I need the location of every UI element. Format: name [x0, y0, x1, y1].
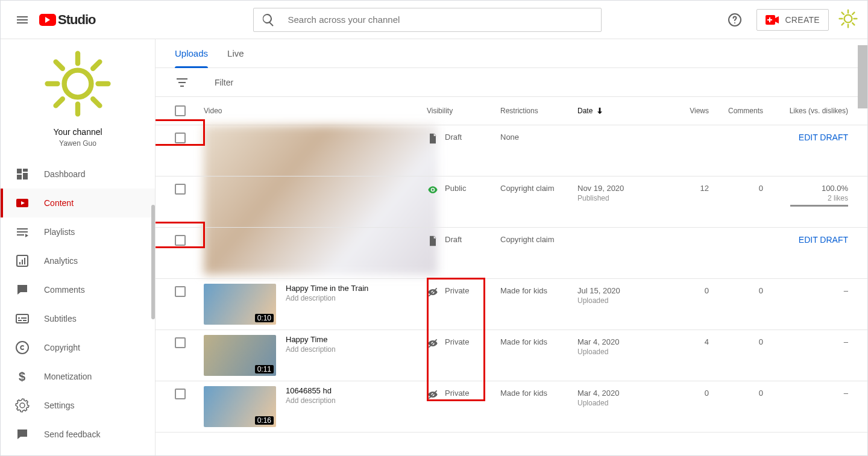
channel-label: Your channel	[53, 127, 102, 137]
comments-text: 0	[709, 335, 763, 376]
menu-icon	[15, 13, 30, 27]
nav-analytics[interactable]: Analytics	[1, 246, 155, 275]
table-row: Public Copyright claim Nov 19, 2020Publi…	[156, 176, 867, 228]
main: Uploads Live Filter Video Visibility Res…	[155, 39, 867, 455]
filter-label: Filter	[215, 78, 233, 87]
youtube-icon	[39, 14, 56, 26]
nav-label: Monetization	[44, 372, 92, 381]
nav-comments[interactable]: Comments	[1, 275, 155, 304]
tab-live[interactable]: Live	[227, 39, 244, 67]
search-input[interactable]	[288, 14, 594, 25]
restrictions-text: Made for kids	[500, 284, 577, 325]
video-thumb[interactable]: 0:10	[204, 284, 276, 325]
nav-subtitles[interactable]: Subtitles	[1, 304, 155, 333]
nav-content[interactable]: Content	[1, 189, 155, 217]
col-video: Video	[204, 107, 427, 115]
settings-icon	[15, 398, 30, 413]
nav-label: Send feedback	[44, 429, 100, 439]
col-likes: Likes (vs. dislikes)	[763, 107, 848, 115]
subtitles-icon	[15, 311, 30, 326]
date-text: Nov 19, 2020	[577, 184, 668, 193]
monetization-icon: $	[15, 369, 30, 384]
header-right: CREATE	[723, 8, 858, 32]
row-checkbox[interactable]	[175, 133, 186, 143]
svg-point-3	[844, 14, 852, 22]
views-text: 0	[668, 284, 709, 325]
menu-button[interactable]	[10, 8, 34, 32]
likes-sub: 2 likes	[763, 194, 848, 202]
private-icon	[427, 389, 439, 401]
edit-draft-link[interactable]: EDIT DRAFT	[799, 235, 848, 245]
visibility-text: Private	[445, 337, 469, 346]
row-checkbox[interactable]	[175, 235, 186, 246]
row-checkbox[interactable]	[175, 337, 186, 348]
search-box[interactable]	[253, 8, 602, 32]
dashboard-icon	[15, 167, 30, 181]
duration-badge: 0:16	[255, 416, 274, 425]
channel-avatar[interactable]	[44, 50, 112, 120]
svg-line-8	[842, 12, 844, 14]
nav-monetization[interactable]: $Monetization	[1, 362, 155, 391]
video-title[interactable]: 10646855 hd	[286, 386, 336, 395]
col-views: Views	[668, 107, 709, 115]
row-checkbox[interactable]	[175, 389, 186, 399]
create-button[interactable]: CREATE	[756, 9, 829, 31]
edit-draft-link[interactable]: EDIT DRAFT	[799, 133, 848, 142]
create-icon	[766, 15, 780, 25]
comments-icon	[15, 283, 30, 297]
main-scrollbar[interactable]	[858, 45, 867, 108]
comments-text: 0	[709, 181, 763, 222]
video-title[interactable]: Happy Time	[286, 335, 336, 344]
nav-feedback[interactable]: Send feedback	[1, 420, 155, 449]
row-checkbox[interactable]	[175, 286, 186, 297]
restrictions-text: Made for kids	[500, 386, 577, 427]
svg-point-1	[734, 22, 735, 23]
visibility-text: Private	[445, 389, 469, 398]
nav-label: Copyright	[44, 343, 80, 352]
visibility-text: Draft	[445, 235, 462, 244]
restrictions-text: Copyright claim	[500, 181, 577, 222]
help-button[interactable]	[723, 8, 747, 32]
row-checkbox[interactable]	[175, 184, 186, 195]
draft-icon	[427, 235, 439, 247]
header: Studio CREATE	[1, 1, 867, 39]
svg-line-18	[93, 99, 99, 105]
col-visibility: Visibility	[427, 107, 500, 115]
likes-text: –	[763, 335, 848, 376]
search-icon	[261, 13, 275, 27]
date-text: Mar 4, 2020	[577, 337, 668, 346]
tab-uploads[interactable]: Uploads	[175, 39, 208, 67]
video-thumb[interactable]: 0:11	[204, 335, 276, 376]
visibility-text: Private	[445, 286, 469, 295]
comments-text: 0	[709, 386, 763, 427]
select-all-checkbox[interactable]	[175, 105, 186, 116]
filter-bar[interactable]: Filter	[156, 68, 867, 97]
video-desc: Add description	[286, 345, 336, 354]
restrictions-text: Copyright claim	[500, 233, 577, 273]
col-date[interactable]: Date	[577, 106, 668, 116]
likes-bar	[790, 205, 848, 207]
visibility-text: Public	[445, 184, 466, 193]
svg-line-11	[852, 12, 854, 14]
avatar[interactable]	[838, 9, 858, 31]
video-title[interactable]: Happy Time in the Train	[286, 284, 368, 293]
svg-point-26	[432, 189, 433, 190]
playlists-icon	[15, 225, 30, 239]
nav-playlists[interactable]: Playlists	[1, 217, 155, 246]
sort-desc-icon	[595, 106, 605, 116]
nav-settings[interactable]: Settings	[1, 391, 155, 420]
date-sub: Uploaded	[577, 296, 668, 305]
feedback-icon	[15, 427, 30, 442]
analytics-icon	[15, 254, 30, 268]
nav-label: Comments	[44, 285, 85, 295]
video-thumb[interactable]: 0:16	[204, 386, 276, 427]
logo[interactable]: Studio	[39, 12, 95, 28]
svg-line-9	[852, 23, 854, 25]
video-desc: Add description	[286, 396, 336, 405]
logo-text: Studio	[58, 12, 95, 28]
nav-copyright[interactable]: Copyright	[1, 333, 155, 362]
stacked-rows: Draft None EDIT DRAFT Public Copyright c…	[156, 125, 867, 279]
nav-dashboard[interactable]: Dashboard	[1, 160, 155, 189]
content-icon	[15, 196, 30, 210]
video-desc: Add description	[286, 294, 368, 302]
